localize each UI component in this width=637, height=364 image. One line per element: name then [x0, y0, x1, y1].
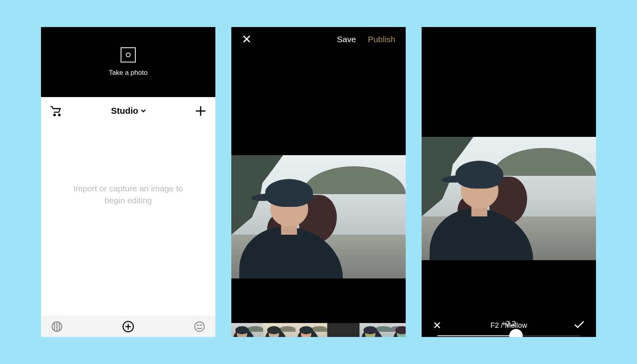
- studio-body: Import or capture an image to begin edit…: [41, 125, 215, 316]
- chevron-down-icon: [141, 109, 146, 113]
- take-photo-label: Take a photo: [109, 69, 147, 77]
- close-icon[interactable]: ✕: [242, 33, 252, 45]
- screen-studio-empty: Take a photo Studio Import or capture an…: [41, 27, 215, 337]
- save-button[interactable]: Save: [337, 35, 356, 44]
- filter-c1[interactable]: C1: [295, 323, 327, 337]
- screen-edit-slider: +7.2 ✕ F2 / Mellow: [422, 27, 596, 337]
- bottom-tabbar: [41, 316, 215, 337]
- cancel-icon[interactable]: ✕: [433, 319, 442, 332]
- filter-b1[interactable]: B1: [231, 323, 263, 337]
- filter-strip[interactable]: B1B5C1—▸-F2G3M3: [231, 323, 406, 337]
- filter-name-label: F2 / Mellow: [422, 321, 596, 330]
- add-icon[interactable]: [195, 105, 207, 117]
- photo-preview[interactable]: [231, 155, 406, 278]
- filter-m3[interactable]: M3: [391, 323, 406, 337]
- store-icon[interactable]: [50, 105, 63, 117]
- studio-header: Studio: [41, 97, 215, 125]
- svg-point-4: [195, 322, 204, 331]
- studio-dropdown[interactable]: Studio: [111, 106, 146, 116]
- empty-state-text: Import or capture an image to begin edit…: [68, 183, 188, 207]
- slider-icon: —▸-: [327, 323, 359, 337]
- filter-g3[interactable]: G3: [360, 323, 391, 337]
- camera-icon: [121, 47, 136, 62]
- tab-profile-icon[interactable]: [193, 321, 205, 333]
- filter-f2[interactable]: —▸-F2: [327, 323, 359, 337]
- svg-point-1: [59, 114, 60, 116]
- svg-point-0: [54, 114, 55, 116]
- studio-title-text: Studio: [111, 106, 138, 116]
- tab-library-icon[interactable]: [51, 321, 63, 333]
- screen-edit-filters: ✕ Save Publish B1B5C1—▸-F2G3M3: [231, 27, 406, 337]
- publish-button[interactable]: Publish: [368, 35, 395, 44]
- slider-bottom-bar: ✕ F2 / Mellow: [422, 314, 596, 337]
- edit-topbar: ✕ Save Publish: [231, 27, 406, 52]
- confirm-icon[interactable]: [574, 320, 585, 331]
- tab-add-icon[interactable]: [122, 320, 135, 333]
- filter-b5[interactable]: B5: [263, 323, 295, 337]
- take-photo-panel[interactable]: Take a photo: [41, 27, 215, 97]
- photo-preview[interactable]: [422, 137, 596, 260]
